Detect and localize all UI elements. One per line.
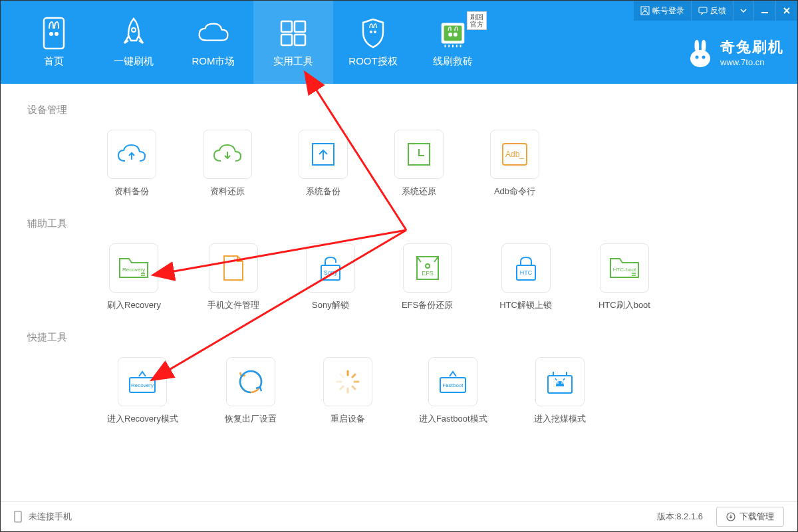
tool-file-manager[interactable]: 手机文件管理 — [207, 243, 259, 311]
svg-text:Recovery: Recovery — [123, 267, 146, 273]
svg-text:Adb_: Adb_ — [505, 150, 524, 159]
brand-name: 奇兔刷机 — [720, 37, 784, 57]
section-quick: 快捷工具 Recovery 进入Recovery模式 恢复出厂设置 重启设备 F… — [27, 331, 771, 425]
svg-line-47 — [352, 386, 355, 389]
svg-rect-7 — [295, 35, 305, 45]
svg-text:EFS: EFS — [422, 270, 434, 277]
bunny-logo-icon — [687, 37, 714, 67]
svg-line-51 — [340, 374, 343, 377]
tool-factory-reset[interactable]: 恢复出厂设置 — [225, 357, 277, 425]
phone-bunny-icon — [37, 17, 70, 50]
login-label: 帐号登录 — [652, 5, 684, 17]
nav-home[interactable]: 首页 — [14, 1, 94, 84]
svg-rect-4 — [281, 21, 292, 32]
tool-enter-recovery[interactable]: Recovery 进入Recovery模式 — [107, 357, 178, 425]
shield-icon — [356, 17, 390, 50]
tool-label: 资料备份 — [114, 186, 149, 198]
svg-text:HTC: HTC — [519, 269, 532, 276]
user-icon — [640, 6, 650, 15]
svg-rect-5 — [295, 21, 305, 32]
tool-backup-data[interactable]: 资料备份 — [107, 130, 156, 198]
svg-point-24 — [696, 56, 699, 59]
svg-point-12 — [448, 33, 452, 37]
chevron-down-icon — [740, 9, 747, 13]
efs-disk-icon: EFS — [414, 254, 441, 282]
refresh-icon — [236, 367, 265, 396]
svg-point-1 — [49, 32, 53, 36]
feedback-button[interactable]: 反馈 — [691, 1, 733, 21]
minimize-button[interactable] — [753, 1, 775, 21]
svg-text:Sony: Sony — [324, 269, 338, 276]
section-device: 设备管理 资料备份 资料还原 系统备份 系统还原 Adb_ Adb命令行 — [27, 104, 771, 198]
adb-icon: Adb_ — [500, 141, 529, 168]
svg-point-3 — [132, 28, 136, 32]
svg-line-45 — [352, 374, 355, 377]
window-controls: 帐号登录 反馈 — [634, 1, 797, 21]
nav-bar: 首页 一键刷机 ROM市场 实用工具 ROOT授权 — [1, 1, 493, 84]
login-button[interactable]: 帐号登录 — [634, 1, 691, 21]
tool-label: EFS备份还原 — [402, 299, 453, 311]
svg-line-49 — [340, 386, 343, 389]
nav-label: 实用工具 — [273, 55, 313, 68]
nav-tools[interactable]: 实用工具 — [253, 1, 333, 84]
tool-label: HTC刷入boot — [598, 299, 650, 311]
nav-label: 一键刷机 — [114, 55, 154, 68]
chat-icon — [698, 6, 708, 15]
svg-line-58 — [563, 378, 565, 380]
tool-label: 进入Fastboot模式 — [419, 413, 487, 425]
rocket-icon — [117, 17, 150, 50]
section-title: 快捷工具 — [27, 331, 771, 344]
nav-rom-market[interactable]: ROM市场 — [174, 1, 253, 84]
svg-rect-11 — [444, 25, 462, 41]
box-upload-icon — [310, 141, 336, 168]
tool-label: 系统备份 — [306, 186, 340, 198]
dropdown-button[interactable] — [733, 1, 753, 21]
tool-flash-recovery[interactable]: Recovery 刷入Recovery — [107, 243, 161, 311]
tool-label: 手机文件管理 — [207, 299, 259, 311]
nav-flash[interactable]: 一键刷机 — [94, 1, 174, 84]
nav-wire-flash[interactable]: 刷回官方 线刷救砖 — [413, 1, 493, 84]
nav-root[interactable]: ROOT授权 — [333, 1, 413, 84]
tool-reboot[interactable]: 重启设备 — [323, 357, 372, 425]
tool-efs[interactable]: EFS EFS备份还原 — [402, 243, 453, 311]
svg-point-56 — [561, 382, 563, 384]
chip-bunny-icon: 刷回官方 — [436, 17, 469, 50]
tool-label: 资料还原 — [210, 186, 245, 198]
tool-label: Sony解锁 — [312, 299, 349, 311]
tool-htc-boot[interactable]: HTC-boot HTC刷入boot — [598, 243, 650, 311]
tool-label: HTC解锁上锁 — [499, 299, 552, 311]
htc-boot-folder-icon: HTC-boot — [608, 255, 641, 281]
htc-lock-icon: HTC — [513, 253, 539, 283]
download-icon — [726, 512, 735, 521]
svg-rect-0 — [44, 18, 64, 49]
tool-restore-sys[interactable]: 系统还原 — [394, 130, 444, 198]
loading-icon — [333, 367, 362, 396]
download-label: 下载管理 — [739, 511, 774, 523]
svg-line-57 — [555, 378, 557, 380]
fastboot-enter-icon: Fastboot — [436, 367, 469, 396]
svg-rect-62 — [15, 511, 21, 522]
android-dig-icon — [544, 368, 576, 396]
close-button[interactable] — [775, 1, 797, 21]
tool-enter-fastboot[interactable]: Fastboot 进入Fastboot模式 — [419, 357, 487, 425]
tool-dig-mode[interactable]: 进入挖煤模式 — [534, 357, 586, 425]
tool-restore-data[interactable]: 资料还原 — [203, 130, 252, 198]
svg-point-35 — [426, 264, 430, 268]
recovery-folder-icon: Recovery — [117, 255, 150, 281]
svg-point-20 — [644, 8, 646, 11]
tool-label: 进入Recovery模式 — [107, 413, 178, 425]
version-text: 版本:8.2.1.6 — [657, 511, 703, 523]
nav-label: 首页 — [44, 55, 64, 68]
svg-text:HTC-boot: HTC-boot — [613, 267, 636, 273]
download-manager-button[interactable]: 下载管理 — [716, 507, 784, 527]
tool-label: 刷入Recovery — [107, 299, 161, 311]
svg-point-9 — [374, 31, 376, 33]
tool-sony-unlock[interactable]: Sony Sony解锁 — [306, 243, 355, 311]
tool-adb[interactable]: Adb_ Adb命令行 — [490, 130, 539, 198]
svg-text:Recovery: Recovery — [132, 382, 154, 388]
svg-point-2 — [55, 32, 59, 36]
tool-htc-lock[interactable]: HTC HTC解锁上锁 — [499, 243, 552, 311]
tool-backup-sys[interactable]: 系统备份 — [299, 130, 348, 198]
tool-label: 重启设备 — [331, 413, 365, 425]
close-icon — [783, 7, 791, 15]
